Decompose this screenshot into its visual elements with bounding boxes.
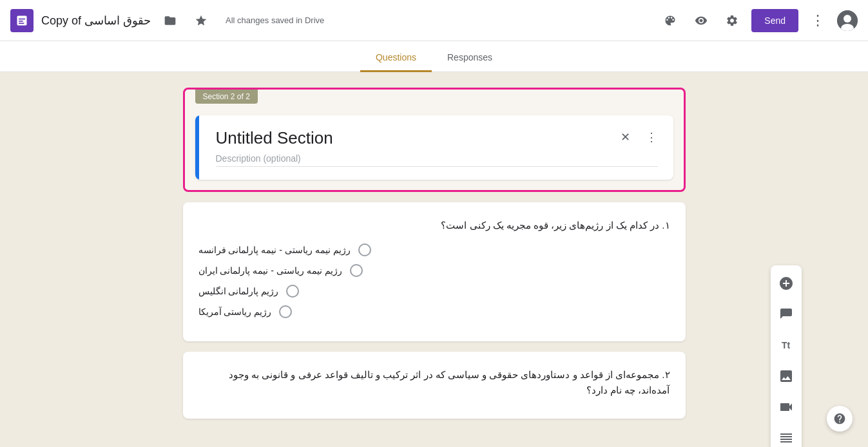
question-card-1: ١. در کدام یک از رژیم‌های زیر، قوه مجریه… xyxy=(183,202,686,341)
radio-1-2[interactable] xyxy=(350,264,363,277)
help-icon xyxy=(833,412,846,425)
svg-point-5 xyxy=(844,15,851,23)
add-question-button[interactable] xyxy=(771,268,802,299)
section-label: Section 2 of 2 xyxy=(195,90,258,104)
section-highlight-box: Section 2 of 2 ✕ ⋮ Untitled Section Desc… xyxy=(183,88,686,192)
app-logo xyxy=(10,9,34,32)
tab-responses[interactable]: Responses xyxy=(432,44,508,72)
option-1-3-text: رژیم پارلمانی انگلیس xyxy=(198,286,279,296)
section-card-inner: ✕ ⋮ Untitled Section Description (option… xyxy=(195,115,673,180)
option-1-2-text: رژیم نیمه ریاستی - نیمه پارلمانی ایران xyxy=(198,265,342,276)
eye-icon xyxy=(695,14,708,27)
settings-button[interactable] xyxy=(720,9,744,32)
radio-1-1[interactable] xyxy=(358,243,371,256)
image-icon xyxy=(778,368,794,384)
section-icon xyxy=(778,430,794,446)
svg-rect-1 xyxy=(19,18,25,19)
doc-title: Copy of حقوق اساسی xyxy=(41,14,151,28)
folder-icon xyxy=(164,14,177,27)
option-row-1-1: رژیم نیمه ریاستی - نیمه پارلمانی فرانسه xyxy=(198,243,670,256)
star-icon xyxy=(195,14,207,27)
user-avatar xyxy=(837,10,858,31)
header: Copy of حقوق اساسی All changes saved in … xyxy=(0,0,868,41)
help-button[interactable] xyxy=(827,406,853,432)
gear-icon xyxy=(726,14,738,27)
import-icon xyxy=(778,307,794,322)
more-options-button[interactable]: ⋮ xyxy=(806,9,829,32)
palette-icon xyxy=(664,14,677,27)
preview-button[interactable] xyxy=(690,9,713,32)
option-1-4-text: رژیم ریاستی آمریکا xyxy=(198,307,272,317)
section-description[interactable]: Description (optional) xyxy=(216,153,658,167)
send-button[interactable]: Send xyxy=(751,9,798,32)
option-row-1-2: رژیم نیمه ریاستی - نیمه پارلمانی ایران xyxy=(198,264,670,277)
question-2-text: ۲. مجموعه‌ای از قواعد و دستاوردهای حقوقی… xyxy=(198,367,670,398)
svg-rect-2 xyxy=(19,21,23,22)
question-card-2: ۲. مجموعه‌ای از قواعد و دستاوردهای حقوقی… xyxy=(183,352,686,419)
section-title[interactable]: Untitled Section xyxy=(216,128,658,148)
add-section-button[interactable] xyxy=(771,423,802,447)
collapse-button[interactable]: ✕ xyxy=(614,126,637,149)
radio-1-3[interactable] xyxy=(286,285,299,298)
avatar xyxy=(837,10,858,31)
add-title-button[interactable]: Tt xyxy=(771,330,802,361)
save-status: All changes saved in Drive xyxy=(226,15,324,25)
forms-icon xyxy=(15,14,28,27)
star-button[interactable] xyxy=(189,9,213,32)
section-card: ✕ ⋮ Untitled Section Description (option… xyxy=(195,115,673,180)
tabs-bar: Questions Responses xyxy=(0,41,868,72)
add-circle-icon xyxy=(778,276,794,291)
option-1-1-text: رژیم نیمه ریاستی - نیمه پارلمانی فرانسه xyxy=(198,245,351,255)
side-toolbar: Tt xyxy=(771,265,802,447)
video-icon xyxy=(778,399,794,415)
tab-questions[interactable]: Questions xyxy=(360,44,432,72)
add-image-button[interactable] xyxy=(771,361,802,392)
svg-rect-3 xyxy=(19,23,24,24)
section-card-actions: ✕ ⋮ xyxy=(614,126,663,149)
add-video-button[interactable] xyxy=(771,392,802,423)
radio-1-4[interactable] xyxy=(279,305,292,318)
question-1-text: ١. در کدام یک از رژیم‌های زیر، قوه مجریه… xyxy=(198,218,670,233)
import-questions-button[interactable] xyxy=(771,299,802,330)
palette-button[interactable] xyxy=(659,9,682,32)
main-content: Section 2 of 2 ✕ ⋮ Untitled Section Desc… xyxy=(0,72,868,447)
option-row-1-4: رژیم ریاستی آمریکا xyxy=(198,305,670,318)
option-row-1-3: رژیم پارلمانی انگلیس xyxy=(198,285,670,298)
section-more-button[interactable]: ⋮ xyxy=(640,126,663,149)
folder-button[interactable] xyxy=(159,9,182,32)
